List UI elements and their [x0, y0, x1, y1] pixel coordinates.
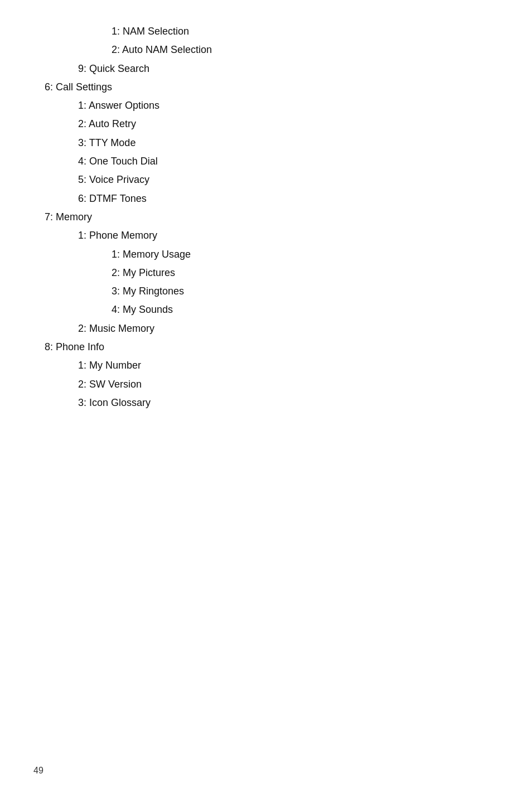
list-item: 1: My Number	[45, 356, 499, 375]
list-item: 2: Music Memory	[45, 320, 499, 338]
list-item: 3: TTY Mode	[45, 134, 499, 152]
list-item: 9: Quick Search	[45, 60, 499, 78]
list-item: 4: My Sounds	[45, 301, 499, 319]
list-item: 6: Call Settings	[45, 78, 499, 96]
list-item: 7: Memory	[45, 208, 499, 226]
list-item: 2: Auto NAM Selection	[45, 41, 499, 59]
list-item: 5: Voice Privacy	[45, 171, 499, 189]
list-item: 1: Answer Options	[45, 96, 499, 115]
menu-list: 1: NAM Selection2: Auto NAM Selection9: …	[45, 22, 499, 412]
list-item: 1: Phone Memory	[45, 226, 499, 245]
list-item: 1: NAM Selection	[45, 22, 499, 41]
list-item: 4: One Touch Dial	[45, 152, 499, 171]
list-item: 2: My Pictures	[45, 264, 499, 282]
list-item: 8: Phone Info	[45, 338, 499, 356]
list-item: 6: DTMF Tones	[45, 190, 499, 208]
list-item: 3: Icon Glossary	[45, 394, 499, 412]
list-item: 2: Auto Retry	[45, 115, 499, 133]
list-item: 3: My Ringtones	[45, 282, 499, 301]
list-item: 1: Memory Usage	[45, 245, 499, 264]
list-item: 2: SW Version	[45, 375, 499, 394]
page-content: 1: NAM Selection2: Auto NAM Selection9: …	[0, 0, 532, 446]
page-number: 49	[33, 766, 43, 776]
